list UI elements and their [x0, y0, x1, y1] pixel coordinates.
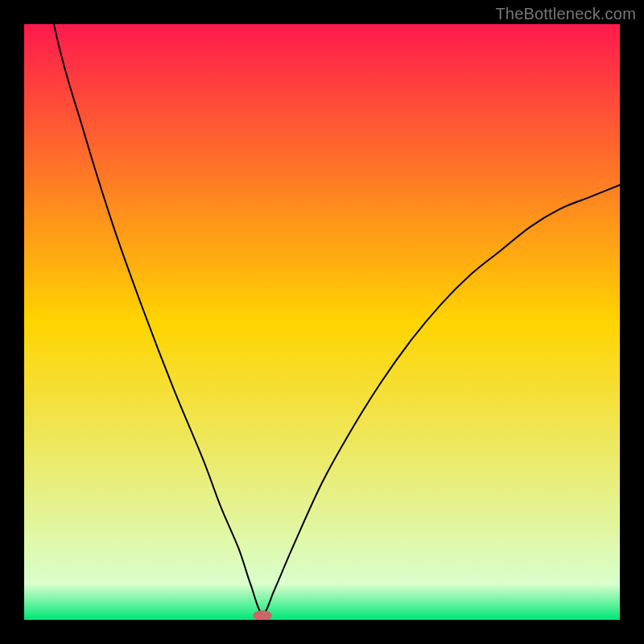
- plot-svg: [24, 24, 620, 620]
- gradient-background: [24, 24, 620, 620]
- chart-frame: TheBottleneck.com: [0, 0, 644, 644]
- plot-area: [24, 24, 620, 620]
- watermark-text: TheBottleneck.com: [495, 5, 636, 23]
